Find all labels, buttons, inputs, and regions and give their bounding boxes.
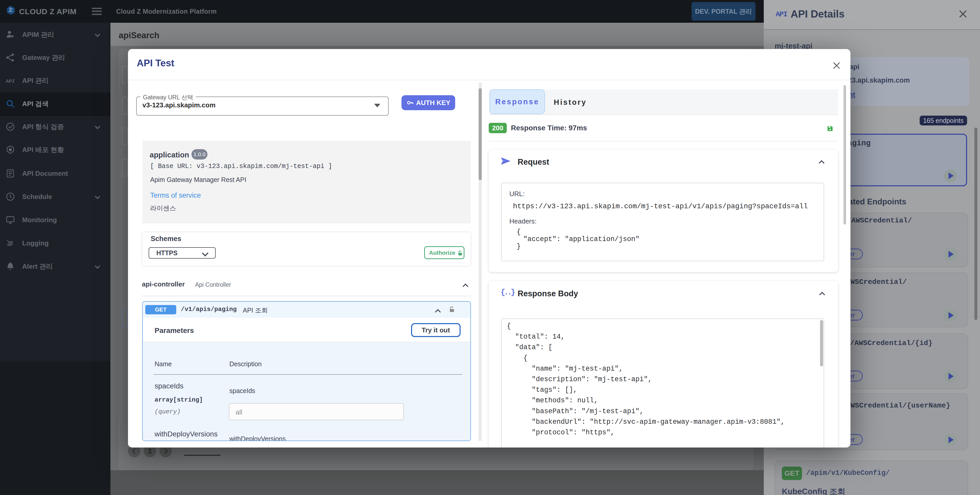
svg-text:API: API <box>6 78 15 84</box>
